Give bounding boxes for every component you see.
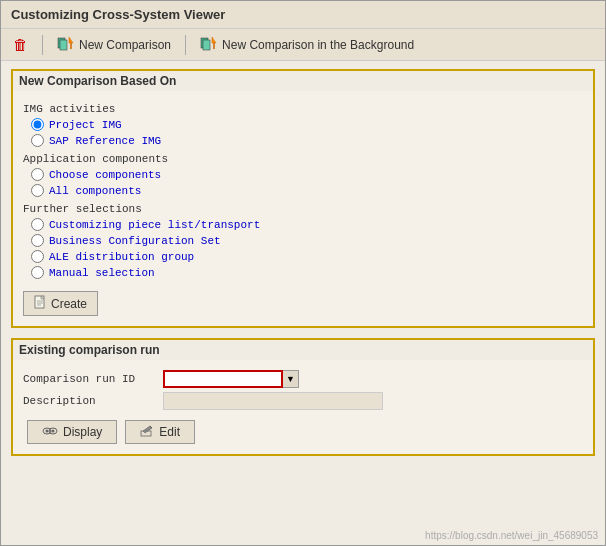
radio-project-img[interactable]: Project IMG: [31, 118, 583, 131]
edit-icon: [140, 424, 154, 440]
svg-point-14: [46, 429, 49, 432]
new-comparison-label: New Comparison: [79, 38, 171, 52]
svg-marker-6: [212, 37, 216, 43]
radio-project-img-input[interactable]: [31, 118, 44, 131]
svg-point-16: [52, 429, 55, 432]
radio-customizing-piece-label: Customizing piece list/transport: [49, 219, 260, 231]
separator-1: [42, 35, 43, 55]
description-row: Description: [23, 392, 583, 410]
main-window: Customizing Cross-System Viewer 🗑 New Co…: [0, 0, 606, 546]
radio-ale-distribution[interactable]: ALE distribution group: [31, 250, 583, 263]
new-comparison-section-content: IMG activities Project IMG SAP Reference…: [13, 91, 593, 326]
display-button-label: Display: [63, 425, 102, 439]
radio-customizing-piece[interactable]: Customizing piece list/transport: [31, 218, 583, 231]
radio-choose-components-label: Choose components: [49, 169, 161, 181]
edit-button[interactable]: Edit: [125, 420, 195, 444]
app-components-label: Application components: [23, 153, 583, 165]
further-selections-label: Further selections: [23, 203, 583, 215]
radio-business-config[interactable]: Business Configuration Set: [31, 234, 583, 247]
new-comparison-bg-button[interactable]: New Comparison in the Background: [196, 33, 418, 56]
svg-rect-5: [203, 40, 210, 50]
comparison-run-id-input[interactable]: [163, 370, 283, 388]
comparison-run-id-row: Comparison run ID ▼: [23, 370, 583, 388]
new-comparison-section: New Comparison Based On IMG activities P…: [11, 69, 595, 328]
radio-all-components-label: All components: [49, 185, 141, 197]
radio-all-components[interactable]: All components: [31, 184, 583, 197]
existing-comparison-section: Existing comparison run Comparison run I…: [11, 338, 595, 456]
radio-sap-reference-img-label: SAP Reference IMG: [49, 135, 161, 147]
description-input[interactable]: [163, 392, 383, 410]
delete-icon: 🗑: [13, 36, 28, 53]
radio-business-config-label: Business Configuration Set: [49, 235, 221, 247]
comparison-run-id-search-button[interactable]: ▼: [283, 370, 299, 388]
radio-manual-selection-input[interactable]: [31, 266, 44, 279]
radio-choose-components-input[interactable]: [31, 168, 44, 181]
radio-sap-reference-img-input[interactable]: [31, 134, 44, 147]
new-comparison-button[interactable]: New Comparison: [53, 33, 175, 56]
action-buttons: Display Edit: [23, 420, 583, 444]
window-title: Customizing Cross-System Viewer: [11, 7, 225, 22]
create-button[interactable]: Create: [23, 291, 98, 316]
description-label: Description: [23, 395, 163, 407]
radio-manual-selection[interactable]: Manual selection: [31, 266, 583, 279]
radio-all-components-input[interactable]: [31, 184, 44, 197]
radio-business-config-input[interactable]: [31, 234, 44, 247]
existing-comparison-section-content: Comparison run ID ▼ Description: [13, 360, 593, 454]
svg-rect-1: [60, 40, 67, 50]
display-button[interactable]: Display: [27, 420, 117, 444]
new-comparison-bg-icon: [200, 35, 218, 54]
svg-marker-2: [69, 37, 73, 43]
separator-2: [185, 35, 186, 55]
watermark: https://blog.csdn.net/wei_jin_45689053: [425, 530, 598, 541]
title-bar: Customizing Cross-System Viewer: [1, 1, 605, 29]
display-icon: [42, 425, 58, 440]
new-comparison-section-header: New Comparison Based On: [13, 71, 593, 91]
radio-manual-selection-label: Manual selection: [49, 267, 155, 279]
new-comparison-icon: [57, 35, 75, 54]
comparison-run-id-label: Comparison run ID: [23, 373, 163, 385]
existing-comparison-section-header: Existing comparison run: [13, 340, 593, 360]
radio-project-img-label: Project IMG: [49, 119, 122, 131]
content-area: New Comparison Based On IMG activities P…: [1, 61, 605, 545]
radio-sap-reference-img[interactable]: SAP Reference IMG: [31, 134, 583, 147]
comparison-run-id-input-group: ▼: [163, 370, 299, 388]
img-activities-label: IMG activities: [23, 103, 583, 115]
create-button-label: Create: [51, 297, 87, 311]
new-comparison-bg-label: New Comparison in the Background: [222, 38, 414, 52]
radio-ale-distribution-label: ALE distribution group: [49, 251, 194, 263]
toolbar: 🗑 New Comparison: [1, 29, 605, 61]
delete-button[interactable]: 🗑: [9, 34, 32, 55]
search-small-icon: ▼: [286, 374, 295, 384]
radio-customizing-piece-input[interactable]: [31, 218, 44, 231]
edit-button-label: Edit: [159, 425, 180, 439]
create-doc-icon: [34, 295, 46, 312]
radio-choose-components[interactable]: Choose components: [31, 168, 583, 181]
radio-ale-distribution-input[interactable]: [31, 250, 44, 263]
